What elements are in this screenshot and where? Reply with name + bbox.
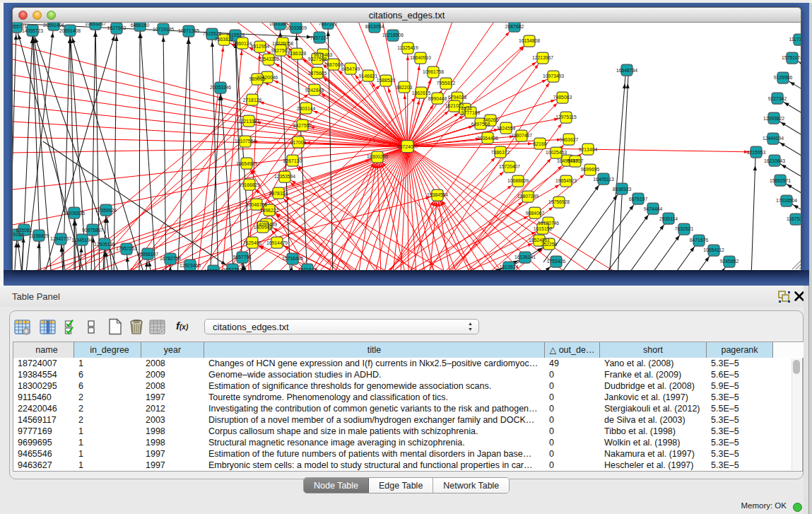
svg-text:20053346: 20053346	[210, 85, 231, 90]
svg-text:10688609: 10688609	[507, 178, 529, 183]
svg-text:16033809: 16033809	[286, 25, 307, 30]
svg-text:19654923: 19654923	[555, 178, 577, 183]
svg-text:11345194: 11345194	[71, 238, 93, 243]
svg-text:10973493: 10973493	[543, 74, 564, 78]
svg-text:20691408: 20691408	[59, 28, 81, 33]
svg-text:10671385: 10671385	[178, 28, 199, 33]
svg-text:16405113: 16405113	[593, 177, 614, 182]
svg-text:11173412: 11173412	[789, 37, 801, 42]
svg-text:7515526: 7515526	[203, 31, 222, 36]
svg-text:8186328: 8186328	[288, 51, 307, 56]
svg-text:12975115: 12975115	[555, 115, 577, 119]
svg-text:1753426: 1753426	[547, 259, 566, 264]
svg-text:3875685: 3875685	[308, 71, 327, 76]
svg-text:18640910: 18640910	[410, 55, 431, 60]
svg-text:20364436: 20364436	[477, 136, 498, 141]
svg-text:9245652: 9245652	[720, 259, 739, 264]
svg-text:10719185: 10719185	[153, 27, 174, 32]
svg-text:9474444: 9474444	[644, 206, 663, 211]
svg-text:16154808: 16154808	[519, 38, 540, 43]
svg-text:10961758: 10961758	[423, 69, 444, 74]
svg-text:20206535: 20206535	[64, 211, 85, 216]
svg-text:10543392: 10543392	[258, 57, 279, 62]
svg-text:9129966: 9129966	[774, 75, 793, 80]
svg-text:1527602: 1527602	[107, 25, 126, 30]
svg-text:10654112: 10654112	[703, 247, 724, 252]
svg-text:6794028: 6794028	[448, 95, 467, 100]
svg-text:12093822: 12093822	[763, 116, 784, 121]
svg-text:882203: 882203	[396, 85, 413, 90]
svg-text:8912954: 8912954	[251, 44, 270, 49]
svg-text:3824554: 3824554	[497, 126, 516, 131]
svg-text:12353594: 12353594	[274, 174, 295, 179]
svg-text:7625402: 7625402	[243, 240, 262, 245]
svg-text:8471676: 8471676	[690, 238, 709, 243]
svg-text:7886372: 7886372	[491, 150, 510, 155]
svg-text:1409948: 1409948	[254, 225, 273, 230]
svg-text:1613614: 1613614	[500, 264, 519, 269]
svg-text:917004: 917004	[290, 140, 307, 145]
svg-text:19654925: 19654925	[236, 161, 257, 166]
svg-text:7955812: 7955812	[437, 81, 456, 86]
svg-text:1362615: 1362615	[412, 90, 431, 95]
svg-text:9884067: 9884067	[526, 211, 545, 216]
svg-text:15716485: 15716485	[282, 256, 303, 261]
svg-text:9463627: 9463627	[560, 137, 579, 142]
svg-text:6466160: 6466160	[131, 23, 150, 28]
svg-text:8878334: 8878334	[269, 191, 288, 196]
svg-text:7663822: 7663822	[215, 37, 234, 42]
svg-text:39154: 39154	[13, 232, 24, 237]
svg-text:15692971: 15692971	[770, 178, 791, 183]
svg-text:10046766: 10046766	[246, 202, 267, 207]
svg-text:10958107: 10958107	[137, 252, 158, 257]
svg-text:16648784: 16648784	[616, 68, 637, 73]
svg-text:252254: 252254	[541, 242, 558, 247]
svg-text:8990448: 8990448	[428, 96, 447, 101]
svg-text:11156829: 11156829	[28, 233, 49, 238]
svg-text:2087682: 2087682	[505, 24, 524, 29]
svg-text:12942737: 12942737	[50, 236, 71, 241]
svg-text:9227342: 9227342	[768, 96, 787, 101]
svg-text:62160: 62160	[534, 141, 547, 146]
svg-text:17957253: 17957253	[116, 246, 137, 251]
svg-text:16914479: 16914479	[266, 240, 288, 245]
svg-text:9146821: 9146821	[359, 74, 378, 78]
svg-text:1292340: 1292340	[204, 269, 223, 270]
svg-text:9657793: 9657793	[223, 267, 242, 270]
svg-text:10653267: 10653267	[85, 23, 106, 26]
svg-text:6497568: 6497568	[471, 122, 490, 127]
svg-text:2867608: 2867608	[324, 62, 343, 67]
svg-text:2803144: 2803144	[297, 106, 316, 111]
svg-text:11325419: 11325419	[397, 45, 418, 50]
svg-text:15751074: 15751074	[782, 55, 801, 60]
svg-text:12923465: 12923465	[180, 263, 201, 268]
svg-text:9777169: 9777169	[461, 110, 481, 115]
svg-text:18724007: 18724007	[397, 144, 418, 149]
svg-text:8960124: 8960124	[233, 41, 252, 46]
svg-text:19756928: 19756928	[548, 199, 570, 204]
svg-text:1571648: 1571648	[298, 267, 317, 270]
svg-text:9213404: 9213404	[579, 147, 598, 152]
svg-text:6879197: 6879197	[629, 197, 648, 201]
svg-text:12505135: 12505135	[94, 242, 115, 247]
svg-text:9699695: 9699695	[581, 167, 600, 172]
svg-text:9657791: 9657791	[233, 255, 252, 259]
svg-text:1615152: 1615152	[534, 226, 553, 231]
svg-text:16210643: 16210643	[764, 158, 785, 163]
svg-text:20691406: 20691406	[43, 23, 64, 28]
svg-text:8267130: 8267130	[283, 158, 302, 163]
svg-text:10807487: 10807487	[511, 133, 532, 138]
svg-text:2935114: 2935114	[659, 216, 678, 221]
svg-text:9327508: 9327508	[308, 57, 327, 62]
svg-text:14055723: 14055723	[22, 28, 43, 33]
svg-text:989015: 989015	[249, 76, 266, 81]
svg-text:835061: 835061	[16, 228, 33, 233]
svg-text:8813054: 8813054	[365, 24, 384, 29]
svg-text:1498222: 1498222	[260, 208, 279, 213]
svg-text:12213383: 12213383	[238, 119, 259, 124]
svg-text:8427552: 8427552	[293, 123, 312, 128]
svg-text:8215953: 8215953	[747, 150, 766, 155]
svg-text:16136141: 16136141	[514, 255, 536, 259]
svg-text:2718126: 2718126	[243, 98, 262, 103]
svg-text:10107554: 10107554	[235, 139, 256, 144]
